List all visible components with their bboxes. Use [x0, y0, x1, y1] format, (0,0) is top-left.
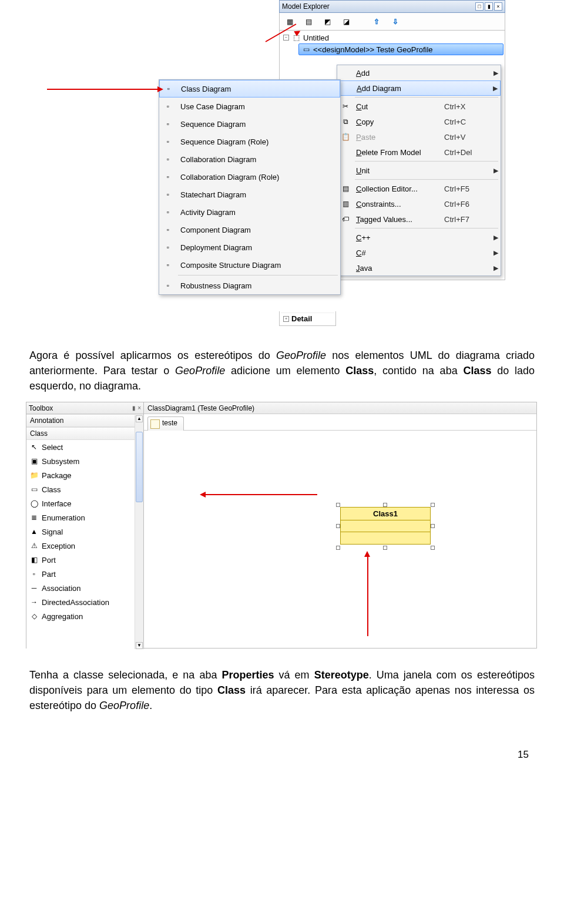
submenu-arrow-icon: ▶ — [491, 234, 501, 241]
collab-role-diagram-icon: ▫ — [159, 168, 177, 186]
resize-handle[interactable] — [431, 546, 435, 550]
tool4-icon[interactable]: ◪ — [340, 15, 352, 28]
scroll-down-icon[interactable]: ▼ — [136, 642, 143, 649]
toolbox-item-label: Package — [42, 471, 72, 480]
tab-teste[interactable]: teste — [147, 416, 184, 431]
submenu-item[interactable]: ▫Composite Structure Diagram — [159, 256, 340, 274]
toolbox-item-label: Exception — [42, 542, 75, 550]
pin-icon[interactable]: ▮ × — [132, 405, 141, 411]
submenu-item[interactable]: ▫Class Diagram — [159, 80, 340, 98]
resize-handle[interactable] — [431, 503, 435, 507]
diagram-canvas[interactable]: Class1 — [144, 431, 536, 648]
resize-handle[interactable] — [336, 524, 340, 528]
submenu-item[interactable]: ▫Component Diagram — [159, 221, 340, 238]
toolbox-item-label: Subsystem — [42, 457, 79, 466]
toolbox-item[interactable]: ◧Port — [26, 553, 143, 567]
canvas-tab-bar: teste — [144, 414, 536, 431]
menu-shortcut: Ctrl+Del — [444, 148, 491, 157]
explorer-toolbar: ▦ ▤ ◩ ◪ ⇧ ⇩ — [279, 13, 505, 31]
group-label: Class — [30, 429, 48, 438]
context-menu-item[interactable]: ⧉CopyCtrl+C — [337, 114, 501, 129]
submenu-arrow-icon: ▶ — [491, 69, 501, 77]
context-menu-item[interactable]: ▤Collection Editor...Ctrl+F5 — [337, 181, 501, 196]
toolbox-item[interactable]: ─Association — [26, 581, 143, 595]
context-menu-item[interactable]: Add Diagram▶ — [337, 80, 501, 96]
tree-selected-node[interactable]: ▭ <<designModel>> Teste GeoProfile — [298, 43, 503, 55]
toolbox-item[interactable]: ↖Select — [26, 440, 143, 454]
resize-handle[interactable] — [383, 546, 387, 550]
submenu-arrow-icon: ▶ — [491, 85, 500, 92]
resize-handle[interactable] — [336, 503, 340, 507]
up-arrow-icon[interactable]: ⇧ — [370, 15, 383, 28]
context-menu-item[interactable]: 🏷Tagged Values...Ctrl+F7 — [337, 211, 501, 227]
context-menu-item[interactable]: Delete From ModelCtrl+Del — [337, 145, 501, 160]
tree-root[interactable]: − ⬚ Untitled — [281, 32, 503, 43]
toolbox-item[interactable]: →DirectedAssociation — [26, 595, 143, 609]
toolbox-item[interactable]: ▭Class — [26, 482, 143, 496]
scroll-up-icon[interactable]: ▲ — [136, 415, 143, 422]
expand-icon[interactable]: + — [283, 316, 289, 322]
submenu-item[interactable]: ▫Sequence Diagram — [159, 115, 340, 133]
model-explorer-title: Model Explorer — [282, 2, 330, 11]
tab-label: teste — [162, 419, 177, 427]
submenu-item[interactable]: ▫Deployment Diagram — [159, 238, 340, 256]
toolbox-item[interactable]: ▣Subsystem — [26, 454, 143, 468]
red-arrow-head-icon — [364, 551, 370, 557]
menu-label: C++ — [354, 233, 444, 242]
red-arrow-head-icon — [200, 492, 206, 498]
tool1-icon[interactable]: ▦ — [283, 15, 296, 28]
submenu-label: Class Diagram — [177, 85, 340, 93]
minimize-icon[interactable]: □ — [475, 2, 484, 11]
blank-icon — [337, 65, 354, 80]
tree-root-label: Untitled — [303, 33, 329, 42]
context-menu-item[interactable]: Add▶ — [337, 65, 501, 80]
toolbox-item[interactable]: ≣Enumeration — [26, 510, 143, 525]
toolbox-item-label: DirectedAssociation — [42, 598, 109, 607]
resize-handle[interactable] — [431, 524, 435, 528]
submenu-item[interactable]: ▫Robustness Diagram — [159, 277, 340, 294]
aggr-icon: ◇ — [29, 611, 39, 621]
toolbox-group-annotation[interactable]: Annotation ▾ — [26, 414, 143, 427]
pin-icon[interactable]: ▮ — [485, 2, 493, 11]
collapse-icon[interactable]: − — [283, 35, 289, 41]
context-menu-item[interactable]: C++▶ — [337, 230, 501, 245]
toolbox-item[interactable]: ▫Part — [26, 567, 143, 581]
context-menu-item[interactable]: ✂CutCtrl+X — [337, 99, 501, 114]
tool2-icon[interactable]: ▤ — [302, 15, 315, 28]
context-menu-item[interactable]: Java▶ — [337, 260, 501, 275]
submenu-item[interactable]: ▫Collaboration Diagram — [159, 150, 340, 168]
resize-handle[interactable] — [336, 546, 340, 550]
uml-class-element[interactable]: Class1 — [340, 507, 431, 546]
submenu-item[interactable]: ▫Use Case Diagram — [159, 98, 340, 115]
tool3-icon[interactable]: ◩ — [321, 15, 334, 28]
resize-handle[interactable] — [383, 503, 387, 507]
toolbox-item[interactable]: ▲Signal — [26, 525, 143, 539]
toolbox-item[interactable]: ⚠Exception — [26, 539, 143, 553]
context-menu-item[interactable]: ▥Constraints...Ctrl+F6 — [337, 196, 501, 211]
toolbox-group-class[interactable]: Class ▴ — [26, 427, 143, 440]
submenu-label: Composite Structure Diagram — [177, 261, 340, 270]
toolbox-item[interactable]: ◇Aggregation — [26, 609, 143, 623]
context-menu-item[interactable]: C#▶ — [337, 245, 501, 260]
submenu-item[interactable]: ▫Statechart Diagram — [159, 186, 340, 203]
detail-row[interactable]: + Detail — [281, 313, 334, 324]
submenu-label: Activity Diagram — [177, 208, 340, 217]
menu-shortcut: Ctrl+C — [444, 117, 491, 126]
toolbox-item[interactable]: 📁Package — [26, 468, 143, 482]
toolbox-panel: Toolbox ▮ × Annotation ▾ Class ▴ ↖Select… — [26, 402, 144, 649]
submenu-label: Collaboration Diagram (Role) — [177, 173, 340, 182]
scrollbar[interactable]: ▲ ▼ — [135, 415, 143, 649]
scrollbar-thumb[interactable] — [136, 432, 143, 502]
close-icon[interactable]: × — [494, 2, 502, 11]
menu-label: C# — [354, 248, 444, 257]
context-menu-item[interactable]: 📋PasteCtrl+V — [337, 129, 501, 145]
submenu-item[interactable]: ▫Collaboration Diagram (Role) — [159, 168, 340, 186]
down-arrow-icon[interactable]: ⇩ — [389, 15, 402, 28]
toolbox-item[interactable]: ◯Interface — [26, 496, 143, 510]
statechart-diagram-icon: ▫ — [159, 186, 177, 203]
menu-label: Delete From Model — [354, 148, 444, 157]
deployment-diagram-icon: ▫ — [159, 238, 177, 256]
submenu-item[interactable]: ▫Sequence Diagram (Role) — [159, 133, 340, 150]
submenu-item[interactable]: ▫Activity Diagram — [159, 203, 340, 221]
context-menu-item[interactable]: Unit▶ — [337, 163, 501, 178]
